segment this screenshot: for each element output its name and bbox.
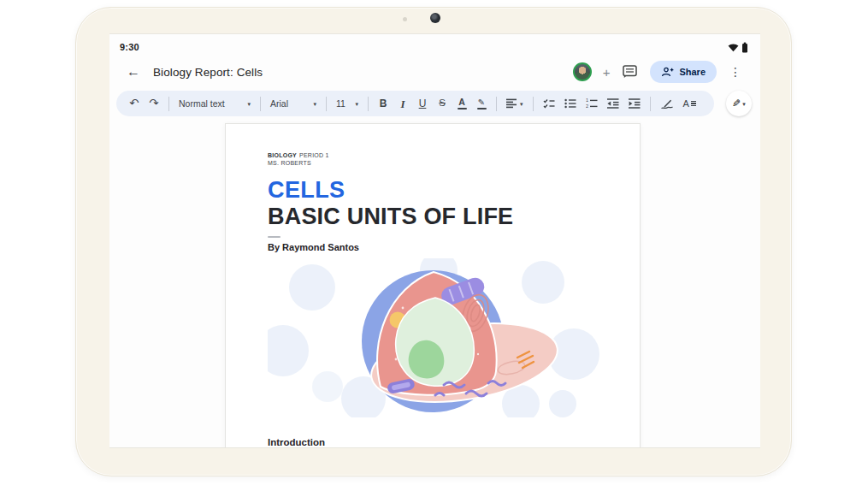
front-camera [430, 13, 440, 23]
toolbar-separator [368, 97, 369, 111]
chevron-down-icon: ▾ [247, 101, 251, 107]
clock: 9:30 [120, 42, 139, 52]
doc-kicker-subject: BIOLOGY [268, 152, 297, 158]
font-family-value: Arial [270, 98, 288, 109]
pen-scribble-icon [660, 98, 674, 109]
indent-decrease-icon [607, 98, 619, 109]
account-avatar[interactable] [573, 62, 592, 81]
font-size-dropdown[interactable]: 11 ▾ [332, 93, 363, 114]
chevron-down-icon: ▾ [355, 101, 358, 107]
font-size-value: 11 [336, 98, 345, 109]
doc-kicker-line1: BIOLOGYPERIOD 1 [268, 152, 599, 160]
toolbar-separator [168, 97, 169, 111]
font-family-dropdown[interactable]: Arial ▾ [266, 93, 321, 114]
doc-kicker-period: PERIOD 1 [299, 152, 329, 158]
toolbar-pill: ↶ ↷ Normal text ▾ Arial ▾ 11 [116, 91, 714, 116]
back-button[interactable]: ← [123, 62, 144, 82]
strikethrough-button[interactable]: S [433, 93, 452, 114]
scribble-annotate-button[interactable] [656, 93, 678, 114]
screenshot-stage: 9:30 ← Biology Report: Cells + [0, 0, 868, 485]
wifi-icon [728, 43, 739, 52]
section-heading: Introduction [268, 437, 325, 447]
underline-icon: U [419, 98, 427, 109]
back-arrow-icon: ← [127, 64, 140, 80]
underline-button[interactable]: U [413, 93, 432, 114]
highlight-color-button[interactable]: ✎ [472, 93, 491, 114]
indent-button[interactable] [624, 93, 645, 114]
status-bar: 9:30 [120, 40, 748, 54]
italic-button[interactable]: I [393, 93, 412, 114]
comment-icon [623, 65, 638, 79]
bold-button[interactable]: B [374, 93, 393, 114]
highlight-icon: ✎ [477, 98, 487, 109]
share-label: Share [679, 67, 706, 77]
align-dropdown[interactable]: ▾ [502, 93, 528, 114]
typing-progress-line [412, 447, 494, 449]
toolbar-separator [326, 97, 327, 111]
undo-button[interactable]: ↶ [125, 93, 144, 114]
svg-text:2: 2 [586, 104, 588, 109]
page-content: BIOLOGYPERIOD 1 MS. ROBERTS CELLS BASIC … [226, 124, 640, 448]
toolbar-separator [533, 97, 534, 111]
ambient-sensor [403, 17, 407, 21]
font-settings-icon: A [683, 99, 696, 109]
redo-button[interactable]: ↷ [145, 93, 163, 114]
document-page[interactable]: BIOLOGYPERIOD 1 MS. ROBERTS CELLS BASIC … [225, 123, 641, 448]
text-color-icon: A [458, 98, 467, 109]
indent-increase-icon [629, 98, 641, 109]
status-icons [728, 42, 748, 53]
introduction-row: Introduction [268, 437, 599, 449]
strikethrough-icon: S [439, 98, 446, 109]
doc-kicker-line2: MS. ROBERTS [268, 160, 599, 168]
doc-title-accent: CELLS [268, 179, 599, 202]
svg-text:1: 1 [586, 98, 588, 103]
tablet-screen: 9:30 ← Biology Report: Cells + [109, 33, 760, 448]
bulleted-list-icon [564, 98, 576, 109]
add-collaborator-icon[interactable]: + [603, 66, 611, 79]
text-options-button[interactable]: A [679, 93, 700, 114]
toolbar-separator [496, 97, 497, 111]
bulleted-list-button[interactable] [560, 93, 581, 114]
bold-icon: B [380, 98, 387, 109]
editing-mode-button[interactable]: ✎ ▾ [726, 91, 752, 116]
chevron-down-icon: ▾ [520, 101, 523, 107]
doc-title-main: BASIC UNITS OF LIFE [268, 205, 599, 228]
share-button[interactable]: Share [650, 61, 717, 83]
doc-byline: By Raymond Santos [268, 242, 599, 252]
title-divider [268, 236, 280, 238]
tablet-device: 9:30 ← Biology Report: Cells + [75, 7, 792, 476]
toolbar-separator [260, 97, 261, 111]
checklist-button[interactable] [539, 93, 559, 114]
outdent-button[interactable] [603, 93, 623, 114]
checklist-icon [543, 98, 555, 109]
numbered-list-button[interactable]: 12 [582, 93, 602, 114]
numbered-list-icon: 12 [586, 98, 598, 109]
chevron-down-icon: ▾ [313, 101, 316, 107]
undo-icon: ↶ [129, 98, 139, 109]
text-color-button[interactable]: A [452, 93, 471, 114]
document-title[interactable]: Biology Report: Cells [153, 66, 263, 79]
app-bar: ← Biology Report: Cells + Share ⋮ [123, 57, 743, 86]
comments-button[interactable] [623, 65, 638, 79]
overflow-menu-icon[interactable]: ⋮ [728, 64, 743, 80]
paragraph-style-value: Normal text [179, 98, 225, 109]
toolbar-separator [650, 97, 651, 111]
redo-icon: ↷ [149, 98, 158, 109]
italic-icon: I [400, 98, 404, 109]
align-left-icon [506, 98, 517, 109]
battery-icon [741, 42, 748, 53]
pencil-icon: ✎ [732, 98, 741, 109]
cell-illustration[interactable] [268, 258, 600, 417]
chevron-down-icon: ▾ [742, 101, 746, 107]
paragraph-style-dropdown[interactable]: Normal text ▾ [174, 93, 255, 114]
person-add-icon [661, 67, 674, 77]
